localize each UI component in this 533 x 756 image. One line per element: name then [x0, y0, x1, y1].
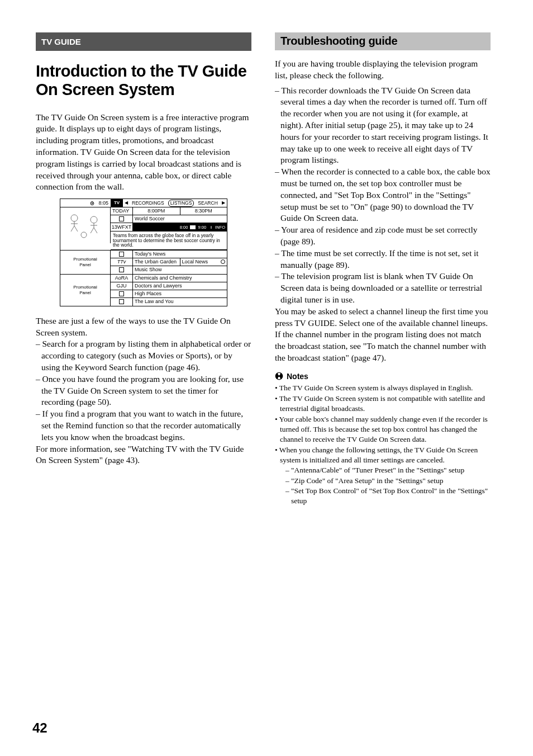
info-label: INFO	[215, 225, 225, 230]
channel-icon-cell	[111, 290, 133, 297]
list-item: If you find a program that you want to w…	[36, 408, 251, 443]
arrow-left-icon: ◀	[125, 201, 128, 205]
epg-main-row: TODAY 8:00PM 8:30PM World Soccer 13WFXT	[60, 207, 227, 251]
epg-grid: TODAY 8:00PM 8:30PM World Soccer 13WFXT	[111, 207, 227, 250]
box-icon	[119, 252, 124, 257]
program-title: The Urban Garden	[133, 258, 180, 266]
channel-label: 13WFXT	[111, 223, 133, 231]
epg-clock-time: 8:05	[98, 201, 108, 206]
program-title: Chemicals and Chemistry	[133, 275, 227, 282]
document-page: TV GUIDE Introduction to the TV Guide On…	[0, 0, 533, 756]
epg-tab-search: SEARCH	[196, 200, 219, 206]
note-item: The TV Guide On Screen system is always …	[275, 383, 491, 393]
flag-icon	[119, 216, 124, 221]
tv-guide-logo-icon: TV	[111, 199, 123, 207]
epg-header-slot2: 8:30PM	[180, 207, 227, 215]
program-title: The Law and You	[133, 298, 227, 306]
epg-tab-listings: LISTINGS	[168, 200, 194, 207]
epg-block-a: Promotional Panel Today's News TTv The U…	[60, 251, 227, 275]
list-item: Your area of residence and zip code must…	[275, 224, 491, 248]
soccer-illustration-icon	[66, 211, 105, 239]
list-item: When the recorder is connected to a cabl…	[275, 166, 491, 224]
channel-label: GJU	[111, 282, 133, 290]
left-closing-text: For more information, see "Watching TV w…	[36, 443, 251, 467]
notes-list: The TV Guide On Screen system is always …	[275, 383, 491, 506]
after-epg-paragraph: These are just a few of the ways to use …	[36, 315, 251, 339]
list-item: Search for a program by listing them in …	[36, 338, 251, 373]
epg-tab-recordings: RECORDINGS	[130, 200, 166, 206]
epg-listings-b: AoRA Chemicals and Chemistry GJU Doctors…	[111, 275, 227, 306]
epg-mockup: 8:05 TV ◀ RECORDINGS LISTINGS SEARCH ▶	[60, 199, 227, 306]
note-subitem: "Antenna/Cable" of "Tuner Preset" in the…	[285, 465, 491, 475]
epg-clock: 8:05	[60, 199, 111, 207]
left-dash-list: Search for a program by listing them in …	[36, 338, 251, 443]
note-sublist: "Antenna/Cable" of "Tuner Preset" in the…	[280, 465, 491, 505]
list-item: The television program list is blank whe…	[275, 271, 491, 305]
epg-header-slot1: 8:00PM	[133, 207, 180, 215]
svg-point-2	[91, 216, 97, 223]
epg-row: High Places	[111, 290, 227, 298]
page-title: Introduction to the TV Guide On Screen S…	[36, 62, 251, 100]
epg-row: TTv The Urban Garden Local News	[111, 258, 227, 266]
record-ring-icon	[221, 259, 225, 264]
section-tab-tv-guide: TV GUIDE	[36, 32, 251, 51]
channel-icon-cell	[111, 298, 133, 306]
promo-panel-2: Promotional Panel	[60, 275, 111, 306]
box-icon	[119, 291, 124, 296]
channel-icon-cell	[111, 215, 133, 223]
page-number: 42	[32, 720, 47, 736]
right-intro-text: If you are having trouble displaying the…	[275, 58, 491, 82]
note-subitem: "Set Top Box Control" of "Set Top Box Co…	[285, 486, 491, 506]
epg-row: Today's News	[111, 251, 227, 258]
epg-row: AoRA Chemicals and Chemistry	[111, 275, 227, 282]
epg-description: Teams from across the globe face off in …	[111, 231, 227, 250]
list-item: This recorder downloads the TV Guide On …	[275, 85, 491, 167]
two-column-layout: TV GUIDE Introduction to the TV Guide On…	[36, 32, 497, 507]
svg-point-3	[81, 232, 87, 238]
program-title: Doctors and Lawyers	[133, 282, 227, 290]
time-window-icon	[190, 225, 196, 230]
note-item-text: When you change the following settings, …	[279, 446, 478, 464]
notes-icon	[275, 372, 283, 380]
channel-icon-cell	[111, 266, 133, 274]
epg-row-highlight: 13WFXT 8:00 9:00 i INFO	[111, 223, 227, 231]
left-column: TV GUIDE Introduction to the TV Guide On…	[36, 32, 251, 507]
note-item: The TV Guide On Screen system is not com…	[275, 394, 491, 414]
epg-tabs: ◀ RECORDINGS LISTINGS SEARCH ▶	[123, 199, 227, 207]
promo-panel-1: Promotional Panel	[60, 251, 111, 274]
epg-video-window	[60, 207, 111, 243]
program-title: High Places	[133, 290, 227, 297]
note-subitem: "Zip Code" of "Area Setup" in the "Setti…	[285, 476, 491, 486]
right-dash-list: This recorder downloads the TV Guide On …	[275, 85, 491, 306]
info-icon: i	[208, 224, 214, 230]
epg-row: GJU Doctors and Lawyers	[111, 282, 227, 290]
epg-listings-a: Today's News TTv The Urban Garden Local …	[111, 251, 227, 274]
channel-label: TTv	[111, 258, 133, 266]
notes-header: Notes	[275, 372, 491, 381]
epg-time-header: TODAY 8:00PM 8:30PM	[111, 207, 227, 215]
box-icon	[119, 267, 124, 272]
channel-label: AoRA	[111, 275, 133, 282]
arrow-right-icon: ▶	[222, 201, 225, 205]
svg-point-1	[71, 215, 78, 221]
note-item: Your cable box's channel may suddenly ch…	[275, 414, 491, 445]
channel-icon-cell	[111, 251, 133, 258]
program-title: Music Show	[133, 266, 227, 274]
program-title: Today's News	[133, 251, 227, 258]
epg-row-soccer: World Soccer	[111, 215, 227, 223]
intro-paragraph: The TV Guide On Screen system is a free …	[36, 112, 251, 193]
program-title-2: Local News	[180, 258, 227, 266]
epg-row: Music Show	[111, 266, 227, 274]
epg-header-today: TODAY	[111, 207, 133, 215]
right-intro: If you are having trouble displaying the…	[275, 58, 491, 82]
epg-top-bar: 8:05 TV ◀ RECORDINGS LISTINGS SEARCH ▶	[60, 199, 227, 207]
clock-icon	[89, 200, 95, 206]
epg-block-b: Promotional Panel AoRA Chemicals and Che…	[60, 275, 227, 306]
intro-text: The TV Guide On Screen system is a free …	[36, 112, 251, 193]
program-title: World Soccer	[133, 215, 227, 223]
right-column: Troubleshooting guide If you are having …	[275, 32, 491, 507]
note-item: When you change the following settings, …	[275, 445, 491, 506]
list-item: The time must be set correctly. If the t…	[275, 248, 491, 271]
epg-row: The Law and You	[111, 298, 227, 306]
after-epg-text: These are just a few of the ways to use …	[36, 315, 251, 339]
